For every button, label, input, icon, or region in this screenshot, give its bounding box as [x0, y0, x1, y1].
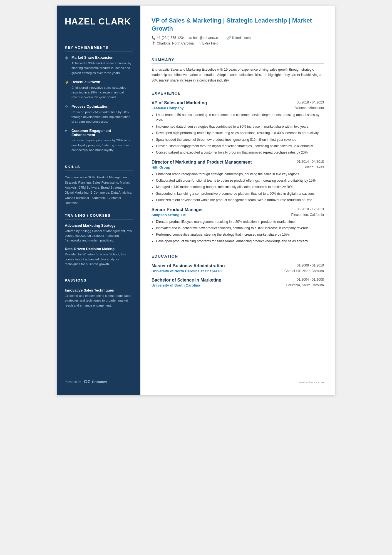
- edu-school-row: University of North Carolina at Chapel H…: [152, 269, 324, 273]
- exp-bullets: Enhanced brand recognition through strat…: [152, 172, 324, 203]
- person-name: HAZEL CLARK: [65, 17, 133, 26]
- edu-degree-title: Master of Business Administration: [152, 263, 225, 268]
- contact-row: 📞 +1-(234)-555-1234 ✉ help@enhancv.com 🔗…: [152, 36, 324, 40]
- edu-dates: 01/2004 - 01/2008: [297, 278, 324, 283]
- location-icon: 📍: [152, 41, 156, 45]
- achievement-item: ♥ Customer Engagement Enhancement Increa…: [65, 129, 133, 152]
- passions-section-title: PASSIONS: [65, 278, 133, 284]
- achievement-icon: ◎: [65, 56, 69, 60]
- exp-bullets: Directed product lifecycle management, r…: [152, 219, 324, 244]
- exp-company-row: Hilti Group Plano, Texas: [152, 165, 324, 169]
- exp-title: Senior Product Manager: [152, 207, 203, 212]
- sidebar-footer: Powered by Enhancv: [65, 371, 133, 384]
- passions-list: Innovative Sales Techniques Exploring an…: [65, 288, 133, 312]
- skills-text: Communication Skills, Product Management…: [65, 175, 133, 205]
- exp-company-row: Fastenal Company Winona, Minnesota: [152, 106, 324, 110]
- bullet-item: Managed a $10 million marketing budget, …: [156, 184, 324, 190]
- star-icon: ☆: [198, 41, 201, 45]
- exp-bullets: Led a team of 50 across marketing, e-com…: [152, 112, 324, 155]
- achievements-section-title: KEY ACHIEVEMENTS: [65, 45, 133, 51]
- exp-location: Winona, Minnesota: [295, 106, 324, 110]
- exp-company: Simpson Strong-Tie: [152, 213, 186, 217]
- phone-icon: 📞: [152, 36, 156, 40]
- course-title: Data-Driven Decision Making: [65, 247, 133, 251]
- experience-item: Senior Product Manager 06/2010 - 12/2013…: [152, 207, 324, 244]
- email-icon: ✉: [189, 36, 192, 40]
- achievement-title-text: Customer Engagement Enhancement: [71, 129, 133, 137]
- achievement-title: ◎ Market Share Expansion: [65, 55, 133, 60]
- achievement-desc: Achieved a 30% market share increase by …: [65, 61, 133, 75]
- bullet-item: Succeeded in launching a comprehensive e…: [156, 191, 324, 196]
- edu-school: University of North Carolina at Chapel H…: [152, 269, 224, 273]
- bullet-item: Collaborated with cross-functional teams…: [156, 178, 324, 183]
- exp-header: VP of Sales and Marketing 05/2018 - 04/2…: [152, 100, 324, 105]
- achievement-item: ⚡ Revenue Growth Engineered innovative s…: [65, 80, 133, 100]
- experience-section-title: EXPERIENCE: [152, 91, 324, 97]
- education-section-title: EDUCATION: [152, 254, 324, 260]
- achievement-icon: ☆: [65, 105, 69, 109]
- location-text: Charlotte, North Carolina: [157, 41, 194, 45]
- summary-text: Enthusiastic Sales and Marketing Executi…: [152, 67, 324, 83]
- phone-number: +1-(234)-555-1234: [157, 36, 185, 40]
- course-item: Advanced Marketing Strategy Offered by K…: [65, 223, 133, 243]
- exp-dates: 06/2010 - 12/2013: [297, 207, 324, 211]
- exp-header: Senior Product Manager 06/2010 - 12/2013: [152, 207, 324, 212]
- achievement-title-text: Process Optimization: [71, 104, 108, 108]
- achievement-icon: ⚡: [65, 80, 69, 84]
- edu-dates: 01/2008 - 01/2010: [297, 263, 324, 268]
- achievements-list: ◎ Market Share Expansion Achieved a 30% …: [65, 55, 133, 157]
- exp-company: Hilti Group: [152, 165, 170, 169]
- exp-location: Plano, Texas: [305, 165, 324, 169]
- location-row: 📍 Charlotte, North Carolina ☆ Extra Fiel…: [152, 41, 324, 45]
- edu-degree-title: Bachelor of Science in Marketing: [152, 278, 222, 283]
- linkedin-url: linkedin.com: [232, 36, 251, 40]
- experience-item: VP of Sales and Marketing 05/2018 - 04/2…: [152, 100, 324, 155]
- bullet-item: Directed product lifecycle management, r…: [156, 219, 324, 225]
- bullet-item: Conceptualized and executed a customer l…: [156, 150, 324, 155]
- website-url: www.enhancv.com: [299, 381, 324, 384]
- achievement-desc: Increased repeat purchases by 20% via a …: [65, 138, 133, 152]
- powered-by-label: Powered by: [65, 380, 81, 383]
- exp-company-row: Simpson Strong-Tie Pleasanton, Californi…: [152, 213, 324, 217]
- achievement-item: ☆ Process Optimization Reduced product-t…: [65, 104, 133, 124]
- edu-header: Bachelor of Science in Marketing 01/2004…: [152, 278, 324, 283]
- email-contact: ✉ help@enhancv.com: [189, 36, 222, 40]
- bullet-item: Performed competitive analysis, steering…: [156, 232, 324, 237]
- course-desc: Offered by Kellogg School of Management,…: [65, 229, 133, 243]
- bullet-item: Spearheaded the launch of three new prod…: [156, 137, 324, 142]
- achievement-title-text: Market Share Expansion: [71, 55, 113, 60]
- email-address: help@enhancv.com: [193, 36, 222, 40]
- passion-item: Innovative Sales Techniques Exploring an…: [65, 288, 133, 308]
- edu-location: Chapel Hill, North Carolina: [284, 269, 324, 273]
- enhancv-logo-icon: [83, 379, 90, 384]
- phone-contact: 📞 +1-(234)-555-1234: [152, 36, 185, 40]
- edu-header: Master of Business Administration 01/200…: [152, 263, 324, 268]
- course-item: Data-Driven Decision Making Provided by …: [65, 247, 133, 267]
- achievement-desc: Engineered innovative sales strategies r…: [65, 85, 133, 100]
- achievement-item: ◎ Market Share Expansion Achieved a 30% …: [65, 55, 133, 75]
- bullet-item: Enhanced brand recognition through strat…: [156, 172, 324, 177]
- course-desc: Provided by Wharton Business School, thi…: [65, 252, 133, 267]
- training-section-title: TRAINING / COURSES: [65, 213, 133, 219]
- edu-school-row: University of South Carolina Columbia, S…: [152, 283, 324, 287]
- person-title: VP of Sales & Marketing | Strategic Lead…: [152, 17, 324, 33]
- experience-list: VP of Sales and Marketing 05/2018 - 04/2…: [152, 100, 324, 248]
- main-content: VP of Sales & Marketing | Strategic Lead…: [140, 6, 335, 395]
- passion-title: Innovative Sales Techniques: [65, 288, 133, 292]
- training-list: Advanced Marketing Strategy Offered by K…: [65, 223, 133, 271]
- experience-item: Director of Marketing and Product Manage…: [152, 160, 324, 203]
- exp-dates: 01/2014 - 04/2018: [297, 160, 324, 164]
- exp-title: VP of Sales and Marketing: [152, 100, 207, 105]
- sidebar: HAZEL CLARK KEY ACHIEVEMENTS ◎ Market Sh…: [57, 6, 140, 395]
- achievement-title: ♥ Customer Engagement Enhancement: [65, 129, 133, 137]
- bullet-item: Drove customer engagement through digita…: [156, 144, 324, 149]
- bullet-item: Innovated and launched five new product …: [156, 226, 324, 231]
- edu-location: Columbia, South Carolina: [286, 283, 324, 287]
- achievement-icon: ♥: [65, 129, 69, 133]
- title-text: VP of Sales & Marketing | Strategic Lead…: [152, 17, 312, 32]
- bullet-item: Developed high-performing teams by restr…: [156, 130, 324, 136]
- main-footer: www.enhancv.com: [152, 375, 324, 384]
- bullet-item: Prioritized talent development within th…: [156, 198, 324, 203]
- extra-contact: ☆ Extra Field: [198, 41, 218, 45]
- brand-name: Enhancv: [92, 380, 107, 384]
